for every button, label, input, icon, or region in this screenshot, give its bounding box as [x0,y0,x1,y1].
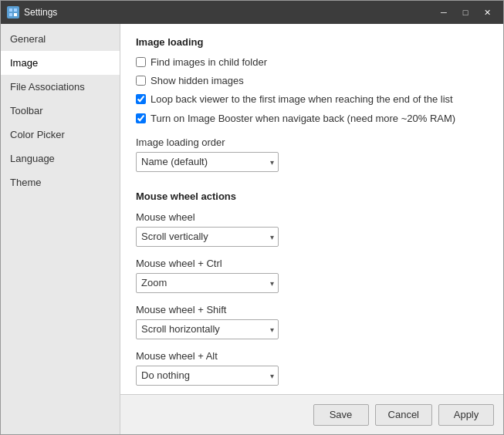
mouse-wheel-ctrl-select[interactable]: Zoom Scroll vertically Scroll horizontal… [136,273,279,293]
apply-button[interactable]: Apply [438,404,494,426]
show-hidden-label: Show hidden images [151,74,244,88]
mouse-wheel-title: Mouse wheel actions [136,191,488,202]
app-icon [7,6,19,19]
save-button[interactable]: Save [313,404,369,426]
sidebar-item-theme[interactable]: Theme [1,170,120,194]
mouse-wheel-select[interactable]: Scroll vertically Scroll horizontally Zo… [136,227,279,247]
mouse-wheel-alt-field: Mouse wheel + Alt Do nothing Scroll vert… [136,350,488,386]
find-child-label: Find images in child folder [151,56,267,69]
settings-window: Settings ─ □ ✕ General Image File Associ… [0,0,504,435]
mouse-wheel-shift-field: Mouse wheel + Shift Scroll horizontally … [136,304,488,339]
mouse-wheel-label: Mouse wheel [136,211,488,223]
svg-rect-3 [14,13,17,16]
title-bar: Settings ─ □ ✕ [1,1,503,24]
checkbox-row-loop-back: Loop back viewer to the first image when… [136,93,488,106]
mouse-wheel-ctrl-label: Mouse wheel + Ctrl [136,258,488,269]
window-controls: ─ □ ✕ [434,5,497,20]
footer: Save Cancel Apply [120,394,503,434]
mouse-wheel-shift-select[interactable]: Scroll horizontally Scroll vertically Zo… [136,319,279,339]
loop-back-label: Loop back viewer to the first image when… [151,93,453,106]
checkbox-row-find-child: Find images in child folder [136,56,488,69]
sidebar-item-image[interactable]: Image [1,51,120,75]
mouse-wheel-alt-select[interactable]: Do nothing Scroll vertically Scroll hori… [136,366,279,386]
sidebar: General Image File Associations Toolbar … [1,24,120,434]
checkbox-row-show-hidden: Show hidden images [136,74,488,88]
sidebar-item-color-picker[interactable]: Color Picker [1,123,120,147]
show-hidden-checkbox[interactable] [136,76,146,86]
mouse-wheel-select-wrapper: Scroll vertically Scroll horizontally Zo… [136,227,279,247]
content-area: General Image File Associations Toolbar … [1,24,503,434]
mouse-wheel-field: Mouse wheel Scroll vertically Scroll hor… [136,211,488,247]
cancel-button[interactable]: Cancel [375,404,432,426]
svg-rect-0 [9,8,12,12]
image-booster-label: Turn on Image Booster when navigate back… [151,112,455,126]
checkbox-row-image-booster: Turn on Image Booster when navigate back… [136,112,488,126]
svg-rect-1 [14,8,17,12]
mouse-wheel-alt-select-wrapper: Do nothing Scroll vertically Scroll hori… [136,366,279,386]
maximize-button[interactable]: □ [455,5,475,20]
image-booster-checkbox[interactable] [136,113,146,123]
image-order-group: Image loading order Name (default) Date … [136,137,488,172]
svg-rect-2 [9,13,12,16]
close-button[interactable]: ✕ [477,5,497,20]
sidebar-item-language[interactable]: Language [1,147,120,170]
minimize-button[interactable]: ─ [434,5,454,20]
window-title: Settings [24,7,434,18]
sidebar-item-toolbar[interactable]: Toolbar [1,99,120,123]
sidebar-item-general[interactable]: General [1,27,120,51]
image-order-label: Image loading order [136,137,488,148]
main-panel: Image loading Find images in child folde… [120,24,503,434]
mouse-wheel-alt-label: Mouse wheel + Alt [136,350,488,362]
image-loading-title: Image loading [136,36,488,48]
sidebar-item-file-associations[interactable]: File Associations [1,75,120,99]
loop-back-checkbox[interactable] [136,94,146,104]
image-order-select-wrapper: Name (default) Date Size Random ▾ [136,152,279,172]
scrollable-content[interactable]: Image loading Find images in child folde… [120,24,503,394]
image-order-select[interactable]: Name (default) Date Size Random [136,152,279,172]
mouse-wheel-shift-select-wrapper: Scroll horizontally Scroll vertically Zo… [136,319,279,339]
find-child-checkbox[interactable] [136,57,146,67]
mouse-wheel-shift-label: Mouse wheel + Shift [136,304,488,315]
mouse-wheel-ctrl-field: Mouse wheel + Ctrl Zoom Scroll verticall… [136,258,488,293]
mouse-wheel-ctrl-select-wrapper: Zoom Scroll vertically Scroll horizontal… [136,273,279,293]
